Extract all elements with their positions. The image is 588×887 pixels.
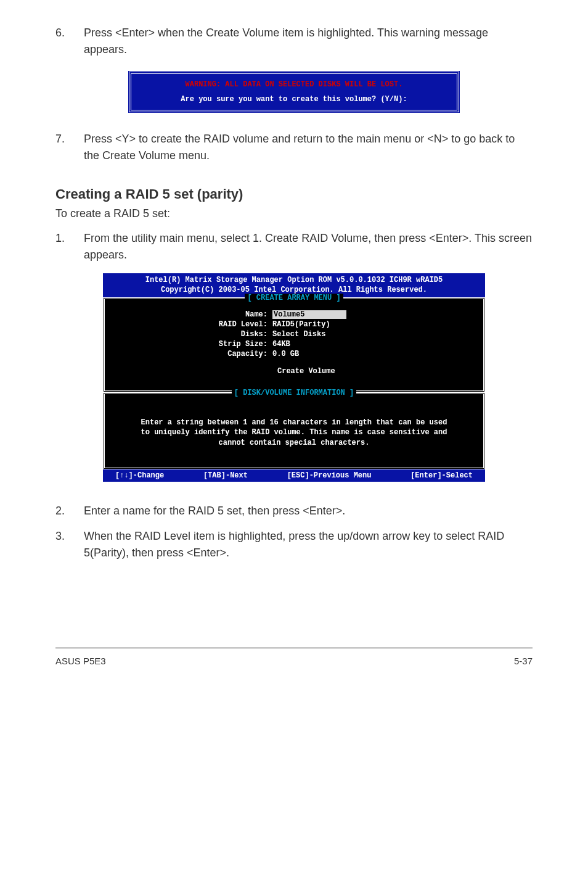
create-volume-action[interactable]: Create Volume [112, 367, 476, 376]
field-name: Name: Volume5 [112, 310, 476, 319]
info-message: Enter a string between 1 and 16 characte… [112, 400, 476, 459]
step-7: 7. Press <Y> to create the RAID volume a… [55, 131, 533, 164]
box-title: [ DISK/VOLUME INFORMATION ] [232, 389, 356, 397]
footer-enter: [Enter]-Select [410, 471, 473, 480]
create-array-menu-box: [ CREATE ARRAY MENU ] Name: Volume5 RAID… [103, 297, 485, 392]
name-input[interactable]: Volume5 [272, 310, 346, 319]
bios-footer: [↑↓]-Change [TAB]-Next [ESC]-Previous Me… [103, 469, 485, 482]
field-label: Name: [112, 310, 272, 319]
field-strip-size: Strip Size: 64KB [112, 340, 476, 349]
step-text: Press <Y> to create the RAID volume and … [84, 131, 533, 164]
strip-size-value[interactable]: 64KB [272, 340, 290, 349]
section-intro: To create a RAID 5 set: [55, 207, 533, 220]
step-number: 2. [55, 503, 84, 519]
step-2: 2. Enter a name for the RAID 5 set, then… [55, 503, 533, 519]
disks-value[interactable]: Select Disks [272, 330, 325, 339]
info-line3: cannot contain special characters. [219, 439, 370, 447]
step-text: When the RAID Level item is highlighted,… [84, 528, 533, 561]
step-number: 1. [55, 230, 84, 263]
bios-screen: Intel(R) Matrix Storage Manager Option R… [103, 273, 485, 482]
step-number: 3. [55, 528, 84, 561]
step-number: 7. [55, 131, 84, 164]
disk-volume-info-box: [ DISK/VOLUME INFORMATION ] Enter a stri… [103, 392, 485, 469]
raid-level-value[interactable]: RAID5(Parity) [272, 320, 330, 329]
box-title: [ CREATE ARRAY MENU ] [245, 294, 343, 302]
field-label: Capacity: [112, 350, 272, 358]
footer-esc: [ESC]-Previous Menu [287, 471, 372, 480]
step-text: From the utility main menu, select 1. Cr… [84, 230, 533, 263]
step-6: 6. Press <Enter> when the Create Volume … [55, 25, 533, 58]
footer-tab: [TAB]-Next [203, 471, 248, 480]
footer-right: 5-37 [514, 656, 533, 666]
footer-left: ASUS P5E3 [55, 656, 106, 666]
section-heading: Creating a RAID 5 set (parity) [55, 186, 533, 202]
step-3: 3. When the RAID Level item is highlight… [55, 528, 533, 561]
info-line1: Enter a string between 1 and 16 characte… [141, 418, 447, 427]
step-number: 6. [55, 25, 84, 58]
field-disks: Disks: Select Disks [112, 330, 476, 339]
page-footer: ASUS P5E3 5-37 [55, 648, 533, 666]
field-label: RAID Level: [112, 320, 272, 329]
footer-change: [↑↓]-Change [115, 471, 164, 480]
info-line2: to uniquely identify the RAID volume. Th… [141, 428, 447, 437]
field-raid-level: RAID Level: RAID5(Parity) [112, 320, 476, 329]
field-capacity: Capacity: 0.0 GB [112, 350, 476, 358]
step-text: Enter a name for the RAID 5 set, then pr… [84, 503, 533, 519]
warning-text: WARNING: ALL DATA ON SELECTED DISKS WILL… [142, 80, 446, 89]
confirm-prompt: Are you sure you want to create this vol… [142, 95, 446, 104]
bios-header-line1: Intel(R) Matrix Storage Manager Option R… [105, 276, 483, 286]
step-text: Press <Enter> when the Create Volume ite… [84, 25, 533, 58]
field-label: Disks: [112, 330, 272, 339]
field-label: Strip Size: [112, 340, 272, 349]
capacity-value[interactable]: 0.0 GB [272, 350, 299, 358]
warning-dialog: WARNING: ALL DATA ON SELECTED DISKS WILL… [128, 70, 460, 113]
step-1: 1. From the utility main menu, select 1.… [55, 230, 533, 263]
